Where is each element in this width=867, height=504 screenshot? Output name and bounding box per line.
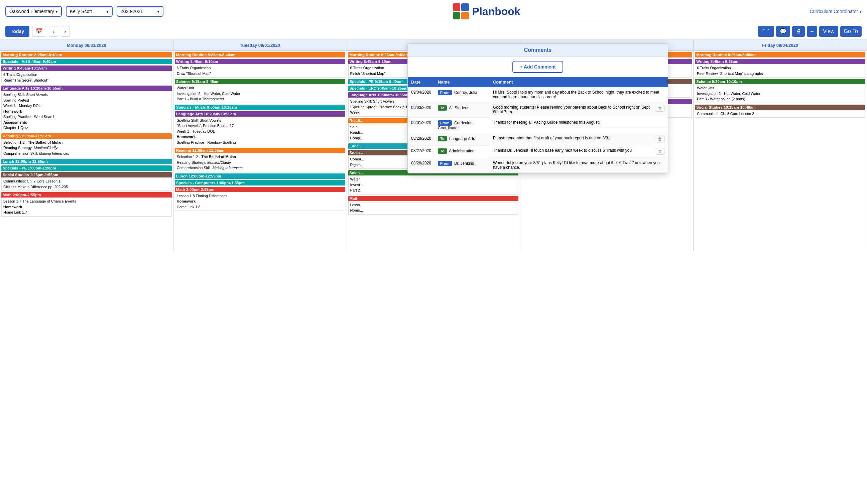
- block-fri-morning[interactable]: Morning Routine 8:25am-8:40am: [695, 52, 865, 57]
- comment-date: 08/27/2020: [408, 146, 435, 158]
- block-wed-science-partial[interactable]: Scien... WaterInvest...Part 2: [348, 170, 519, 194]
- block-mon-specials-art[interactable]: Specials - Art 8:45am-9:40am: [1, 59, 172, 64]
- day-header-mon: Monday 08/31/2020: [0, 40, 173, 51]
- block-tue-specials-music[interactable]: Specials - Music 9:50am-10:15am: [175, 105, 345, 110]
- add-comment-button[interactable]: + Add Comment: [512, 61, 563, 73]
- toolbar: Today 📅 ‹ › ⌃⌃ 💬 🖨 – View Go To: [0, 23, 867, 40]
- block-tue-lunch[interactable]: Lunch 12:00pm-12:55pm: [175, 173, 345, 179]
- comments-panel: Comments + Add Comment Date Name Comment…: [407, 43, 668, 173]
- col-monday: Morning Routine 8:25am-8:40am Specials -…: [0, 51, 173, 251]
- comment-tag: To: [438, 148, 447, 154]
- comment-text: Thanks Dr. Jenkins! I'll touch base earl…: [490, 146, 668, 158]
- comment-row: 09/04/2020From Conroy, JuliaHi Mrs. Scot…: [408, 87, 668, 102]
- comment-tag: From: [438, 120, 452, 126]
- delete-comment-button[interactable]: 🗑: [656, 105, 664, 111]
- block-tue-specials-computers[interactable]: Specials - Computers 1:00pm-1:55pm: [175, 180, 345, 185]
- block-tue-math[interactable]: Math 2:00pm-2:55pm Lesson 1.8 Finding Di…: [175, 187, 345, 211]
- comment-name: To Administration: [435, 146, 490, 158]
- next-button[interactable]: ›: [61, 26, 70, 37]
- col-date: Date: [408, 77, 435, 87]
- block-tue-writing[interactable]: Writing 8:45am-9:10am 6 Traits Organizat…: [175, 59, 345, 77]
- logo: Planbook: [453, 3, 521, 19]
- block-fri-science[interactable]: Science 9:30am-10:10am Water UnitInvesti…: [695, 79, 865, 103]
- teacher-dropdown[interactable]: Kelly Scott ▾: [66, 6, 113, 17]
- block-tue-reading[interactable]: Reading 11:00am-11:55am Selection 1.2 - …: [175, 148, 345, 172]
- comment-text: Hi Mrs. Scott! I told my mom and day abo…: [490, 87, 668, 102]
- block-mon-la[interactable]: Language Arts 10:20am-10:55am Spelling S…: [1, 86, 172, 132]
- comment-date: 09/01/2020: [408, 117, 435, 133]
- logo-grid: [453, 3, 469, 19]
- year-dropdown[interactable]: 2020-2021 ▾: [117, 6, 163, 17]
- school-dropdown[interactable]: Oakwood Elementary ▾: [6, 6, 62, 17]
- comment-tag: To: [438, 136, 447, 141]
- comment-name: To Language Arts: [435, 133, 490, 146]
- block-wed-math-partial[interactable]: Math Lesso...Home...: [348, 196, 519, 215]
- logo-title: Planbook: [472, 6, 521, 18]
- calendar-icon-button[interactable]: 📅: [32, 26, 46, 37]
- goto-button[interactable]: Go To: [840, 26, 861, 37]
- toolbar-right: ⌃⌃ 💬 🖨 – View Go To: [758, 26, 861, 37]
- day-header-fri: Friday 09/04/2020: [694, 40, 867, 51]
- comment-name: From Conroy, Julia: [435, 87, 490, 102]
- comment-date: 09/04/2020: [408, 87, 435, 102]
- block-tue-science[interactable]: Science 9:15am-9:45am Water UnitInvestig…: [175, 79, 345, 103]
- block-fri-writing[interactable]: Writing 8:45am-9:25am 6 Traits Organizat…: [695, 59, 865, 77]
- col-tuesday: Morning Routine 8:25am-8:40am Writing 8:…: [173, 51, 347, 251]
- block-fri-social[interactable]: Social Studies 10:15am-10:40am Communiti…: [695, 105, 865, 118]
- block-mon-specials-pe[interactable]: Specials - PE 1:00pm-1:20pm: [1, 165, 172, 171]
- comment-name: From Dr. Jenkins: [435, 158, 490, 173]
- comment-tag: To: [438, 105, 447, 111]
- block-mon-social[interactable]: Social Studies 1:25pm-1:55pm Communities…: [1, 172, 172, 191]
- comment-tag: From: [438, 90, 452, 95]
- block-mon-lunch[interactable]: Lunch 12:00pm-12:55pm: [1, 159, 172, 164]
- block-tue-la[interactable]: Language Arts 10:20am-10:55am Spelling S…: [175, 111, 345, 147]
- comment-text: Thanks for meeting all Pacing Guide mile…: [490, 117, 668, 128]
- block-tue-morning[interactable]: Morning Routine 8:25am-8:40am: [175, 52, 345, 57]
- top-bar: Oakwood Elementary ▾ Kelly Scott ▾ 2020-…: [0, 0, 867, 23]
- today-button[interactable]: Today: [6, 26, 29, 37]
- delete-comment-button[interactable]: 🗑: [656, 136, 664, 142]
- day-header-tue: Tuesday 09/01/2020: [173, 40, 347, 51]
- minus-button[interactable]: –: [807, 26, 817, 37]
- comment-text: Good morning students! Please remind you…: [490, 102, 668, 117]
- comment-row: 09/01/2020From Curriculum CoordinatorTha…: [408, 117, 668, 133]
- comment-date: 08/28/2020: [408, 133, 435, 146]
- collapse-button[interactable]: ⌃⌃: [758, 26, 774, 37]
- comments-title: Comments: [408, 44, 668, 57]
- col-comment: Comment: [490, 77, 668, 87]
- curriculum-coordinator-dropdown[interactable]: Curriculum Coordinator ▾: [810, 9, 861, 14]
- comment-tag: From: [438, 161, 452, 166]
- comment-text: Wonderful job on your 8/31 plans Kelly! …: [490, 158, 668, 173]
- delete-comment-button[interactable]: 🗑: [656, 148, 664, 155]
- col-name: Name: [435, 77, 490, 87]
- col-friday: Morning Routine 8:25am-8:40am Writing 8:…: [694, 51, 867, 251]
- comment-button[interactable]: 💬: [776, 26, 790, 37]
- comment-name: From Curriculum Coordinator: [435, 117, 490, 133]
- comment-name: To All Students: [435, 102, 490, 117]
- comment-text: Please remember that first draft of your…: [490, 133, 668, 146]
- view-button[interactable]: View: [819, 26, 838, 37]
- comment-date: 09/03/2020: [408, 102, 435, 117]
- prev-button[interactable]: ‹: [49, 26, 58, 37]
- print-button[interactable]: 🖨: [792, 26, 805, 37]
- block-mon-math[interactable]: Math 2:00pm-2:55pm Lesson 1.7 The Langua…: [1, 192, 172, 217]
- block-mon-reading[interactable]: Reading 11:00am-11:55am Selection 1.2 - …: [1, 133, 172, 158]
- comment-row: 09/03/2020To All StudentsGood morning st…: [408, 102, 668, 117]
- comment-row: 08/27/2020To AdministrationThanks Dr. Je…: [408, 146, 668, 158]
- comment-row: 08/26/2020From Dr. JenkinsWonderful job …: [408, 158, 668, 173]
- comments-table: Date Name Comment 09/04/2020From Conroy,…: [408, 77, 668, 173]
- comment-date: 08/26/2020: [408, 158, 435, 173]
- block-mon-writing[interactable]: Writing 9:45am-10:15am 6 Traits Organiza…: [1, 65, 172, 84]
- comment-row: 08/28/2020To Language ArtsPlease remembe…: [408, 133, 668, 146]
- block-mon-morning[interactable]: Morning Routine 8:25am-8:40am: [1, 52, 172, 57]
